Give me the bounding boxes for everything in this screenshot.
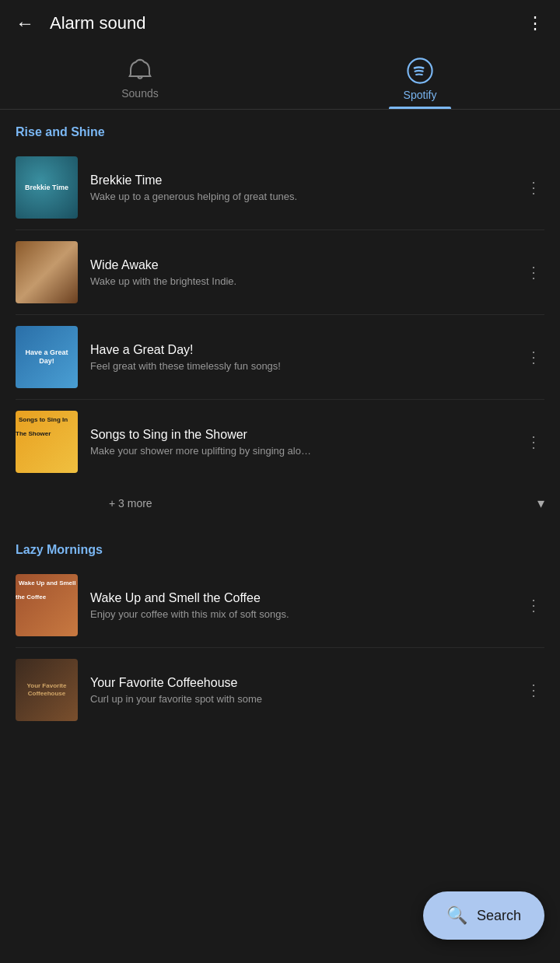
playlist-title-brekkie: Brekkie Time	[90, 173, 510, 187]
section-lazy-mornings-header: Lazy Mornings	[0, 527, 560, 563]
thumb-coffeehouse-label: Your Favorite Coffeehouse	[16, 679, 78, 700]
list-item[interactable]: Your Favorite Coffeehouse Your Favorite …	[0, 648, 560, 732]
bell-icon	[128, 58, 152, 82]
thumb-great-day-label: Have a Great Day!	[20, 345, 73, 369]
playlist-thumb-shower: Songs to Sing In The Shower	[16, 411, 78, 473]
thumb-shower-label: Songs to Sing In The Shower	[16, 413, 68, 440]
list-item[interactable]: Wake Up and Smell the Coffee Wake Up and…	[0, 563, 560, 647]
list-item[interactable]: Songs to Sing In The Shower Songs to Sin…	[0, 400, 560, 484]
header: ← Alarm sound ⋮	[0, 0, 560, 47]
section-rise-and-shine-header: Rise and Shine	[0, 110, 560, 145]
playlist-info-shower: Songs to Sing in the Shower Make your sh…	[90, 428, 510, 457]
playlist-info-brekkie: Brekkie Time Wake up to a generous helpi…	[90, 173, 510, 202]
playlist-thumb-coffee: Wake Up and Smell the Coffee	[16, 574, 78, 636]
list-item[interactable]: Wide Awake Wake up with the brightest In…	[0, 230, 560, 314]
page-title: Alarm sound	[50, 13, 146, 33]
playlist-title-coffeehouse: Your Favorite Coffeehouse	[90, 676, 510, 690]
playlist-info-coffeehouse: Your Favorite Coffeehouse Curl up in you…	[90, 676, 510, 705]
more-label-rise: + 3 more	[109, 497, 152, 510]
tab-spotify[interactable]: Spotify	[280, 47, 560, 109]
search-fab-label: Search	[477, 908, 521, 924]
great-day-more-button[interactable]: ⋮	[523, 345, 544, 369]
search-fab-button[interactable]: 🔍 Search	[423, 891, 544, 940]
playlist-title-shower: Songs to Sing in the Shower	[90, 428, 510, 442]
playlist-thumb-coffeehouse: Your Favorite Coffeehouse	[16, 659, 78, 721]
playlist-info-great-day: Have a Great Day! Feel great with these …	[90, 343, 510, 372]
list-item[interactable]: Have a Great Day! Have a Great Day! Feel…	[0, 315, 560, 399]
playlist-desc-coffee: Enjoy your coffee with this mix of soft …	[90, 608, 510, 620]
playlist-desc-shower: Make your shower more uplifting by singi…	[90, 445, 510, 457]
brekkie-more-button[interactable]: ⋮	[523, 175, 544, 200]
list-item[interactable]: Brekkie Time Brekkie Time Wake up to a g…	[0, 145, 560, 229]
tab-bar: Sounds Spotify	[0, 47, 560, 110]
svg-point-0	[139, 59, 141, 61]
shower-more-button[interactable]: ⋮	[523, 429, 544, 454]
playlist-desc-brekkie: Wake up to a generous helping of great t…	[90, 191, 510, 202]
tab-sounds[interactable]: Sounds	[0, 47, 280, 109]
thumb-coffee-label: Wake Up and Smell the Coffee	[16, 576, 76, 604]
playlist-thumb-wide-awake	[16, 241, 78, 303]
chevron-down-icon: ▾	[537, 495, 544, 512]
wide-awake-more-button[interactable]: ⋮	[523, 260, 544, 285]
playlist-desc-wide-awake: Wake up with the brightest Indie.	[90, 275, 510, 287]
header-left: ← Alarm sound	[16, 12, 146, 34]
spotify-icon	[407, 58, 433, 84]
playlist-info-coffee: Wake Up and Smell the Coffee Enjoy your …	[90, 591, 510, 620]
playlist-thumb-brekkie: Brekkie Time	[16, 156, 78, 219]
playlist-title-coffee: Wake Up and Smell the Coffee	[90, 591, 510, 605]
playlist-title-wide-awake: Wide Awake	[90, 258, 510, 272]
playlist-thumb-great-day: Have a Great Day!	[16, 326, 78, 388]
tab-sounds-label: Sounds	[121, 87, 158, 100]
search-fab-icon: 🔍	[446, 905, 467, 926]
more-menu-button[interactable]: ⋮	[527, 13, 544, 33]
more-row-rise[interactable]: + 3 more ▾	[0, 484, 560, 527]
tab-spotify-label: Spotify	[404, 89, 437, 101]
playlist-desc-coffeehouse: Curl up in your favorite spot with some	[90, 693, 510, 705]
coffee-more-button[interactable]: ⋮	[523, 593, 544, 618]
thumb-brekkie-label: Brekkie Time	[22, 180, 72, 195]
playlist-info-wide-awake: Wide Awake Wake up with the brightest In…	[90, 258, 510, 287]
content-area: Rise and Shine Brekkie Time Brekkie Time…	[0, 110, 560, 732]
playlist-desc-great-day: Feel great with these timelessly fun son…	[90, 360, 510, 372]
playlist-title-great-day: Have a Great Day!	[90, 343, 510, 357]
coffeehouse-more-button[interactable]: ⋮	[523, 678, 544, 702]
back-button[interactable]: ←	[16, 12, 34, 34]
